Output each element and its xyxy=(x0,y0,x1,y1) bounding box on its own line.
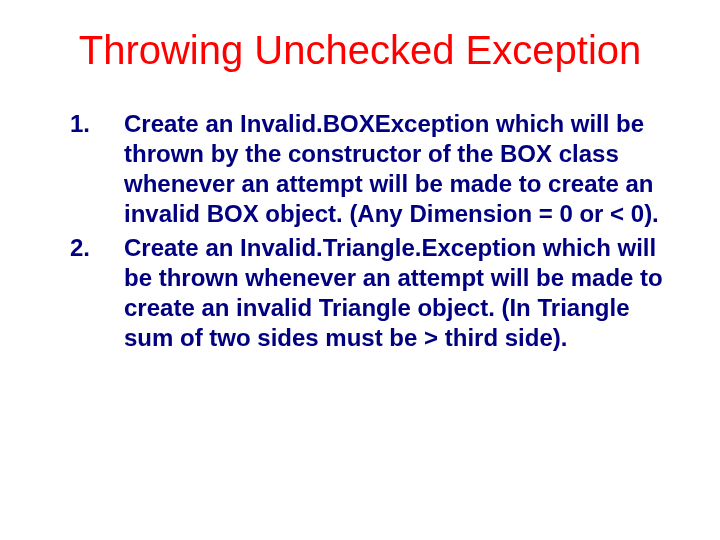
list-item: 2. Create an Invalid.Triangle.Exception … xyxy=(124,233,680,353)
slide: Throwing Unchecked Exception 1. Create a… xyxy=(0,0,720,540)
numbered-list: 1. Create an Invalid.BOXException which … xyxy=(40,109,680,353)
slide-title: Throwing Unchecked Exception xyxy=(40,28,680,73)
list-item: 1. Create an Invalid.BOXException which … xyxy=(124,109,680,229)
list-item-text: Create an Invalid.Triangle.Exception whi… xyxy=(124,234,663,351)
list-item-number: 1. xyxy=(70,109,90,139)
list-item-text: Create an Invalid.BOXException which wil… xyxy=(124,110,659,227)
list-item-number: 2. xyxy=(70,233,90,263)
